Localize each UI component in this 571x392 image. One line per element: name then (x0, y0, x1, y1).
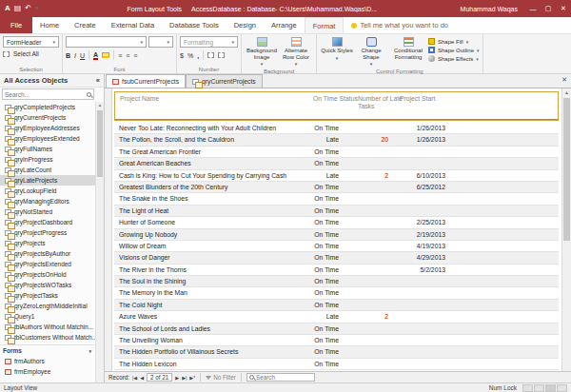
cell-project-name[interactable]: The Cold Night (119, 300, 305, 311)
nav-scrollbar[interactable]: ▲ (95, 102, 104, 382)
scrollbar-thumb[interactable] (563, 98, 570, 241)
cell-project-name[interactable]: The Unveiling Woman (119, 335, 305, 346)
cell-late-tasks[interactable]: 2 (350, 170, 388, 182)
nav-item-query[interactable]: qryLookupField (0, 186, 95, 196)
tab-file[interactable]: File (0, 17, 32, 33)
nav-item-query[interactable]: qryProjectProgress (0, 227, 95, 238)
table-row[interactable]: The Hidden Lexicon On Time (114, 359, 559, 370)
cell-project-name[interactable]: The Hidden Portfolio of Villainous Secre… (119, 346, 305, 358)
save-icon[interactable]: ▤ (14, 0, 22, 17)
nav-item-form[interactable]: frmAuthors (0, 356, 95, 366)
cell-on-time-status[interactable]: On Time (303, 265, 339, 276)
cell-project-name[interactable]: The Light of Heat (119, 206, 305, 217)
tab-external-data[interactable]: External Data (104, 17, 162, 33)
cell-project-start[interactable]: 2/25/2013 (396, 217, 445, 228)
table-row[interactable]: The Snake in the Shoes On Time (114, 193, 559, 205)
doc-tab-qrycurrentprojects[interactable]: qryCurrentProjects (186, 74, 263, 88)
cell-project-start[interactable]: 2/19/2013 (396, 229, 445, 241)
column-header-on-time-status[interactable]: On Time Status (313, 95, 358, 103)
navigation-pane-header[interactable]: All Access Objects « (0, 74, 104, 88)
cell-on-time-status[interactable]: On Time (303, 359, 339, 370)
tab-format[interactable]: Format (305, 17, 345, 33)
nav-item-query[interactable]: qryFullNames (0, 144, 95, 154)
nav-item-query[interactable]: tblCustomers Without Match... (0, 332, 95, 343)
nav-item-query[interactable]: qryLateCount (0, 165, 95, 175)
no-filter-button[interactable]: No Filter (206, 374, 236, 381)
cell-on-time-status[interactable]: On Time (303, 158, 339, 169)
quick-styles-button[interactable]: Quick Styles ▾ (320, 36, 354, 68)
cell-on-time-status[interactable]: On Time (303, 287, 339, 299)
undo-icon[interactable]: ↶ (25, 0, 31, 17)
table-row[interactable]: Great American Beaches On Time (114, 158, 559, 169)
select-all-button[interactable]: Select All (3, 50, 59, 57)
cell-project-start[interactable]: 4/19/2013 (396, 241, 445, 252)
nav-item-query[interactable]: qryCurrentProjects (0, 112, 95, 123)
cell-on-time-status[interactable]: On Time (303, 346, 339, 358)
italic-button[interactable]: I (74, 51, 76, 60)
cell-project-name[interactable]: Great American Beaches (119, 158, 305, 169)
nav-item-query[interactable]: qryNotStarted (0, 206, 95, 217)
column-header-project-name[interactable]: Project Name (120, 95, 159, 103)
form-header-section[interactable]: Project Name On Time Status Number of La… (114, 91, 559, 121)
cell-project-name[interactable]: Never Too Late: Reconnecting with Your A… (119, 123, 305, 134)
qat-customize-icon[interactable]: ▾ (35, 0, 39, 17)
cell-on-time-status[interactable]: On Time (303, 123, 339, 134)
cell-on-time-status[interactable]: On Time (303, 206, 339, 217)
table-row[interactable]: The Cold Night On Time (114, 300, 559, 311)
cell-on-time-status[interactable]: On Time (303, 252, 339, 264)
table-row[interactable]: Azure Waves Late 2 (114, 311, 559, 323)
font-color-icon[interactable]: A (93, 51, 98, 60)
comma-format-button[interactable]: , (197, 51, 199, 60)
cell-project-name[interactable]: Azure Waves (119, 311, 305, 323)
increase-decimals-icon[interactable] (207, 52, 214, 58)
table-row[interactable]: Greatest Blunders of the 20th Century On… (114, 182, 559, 193)
cell-on-time-status[interactable]: On Time (303, 241, 339, 252)
close-document-icon[interactable]: ✕ (561, 76, 567, 84)
font-size-dropdown[interactable]: ▾ (148, 36, 173, 48)
cell-project-name[interactable]: Visions of Danger (119, 252, 305, 264)
first-record-button[interactable]: |◀ (132, 375, 137, 381)
form-view-button[interactable] (522, 384, 533, 392)
tab-design[interactable]: Design (226, 17, 264, 33)
column-header-project-start[interactable]: Project Start (400, 95, 435, 103)
cell-on-time-status[interactable]: Late (303, 134, 339, 146)
nav-item-query[interactable]: qryCompletedProjects (0, 102, 95, 112)
cell-late-tasks[interactable]: 20 (350, 134, 388, 146)
nav-item-query[interactable]: qryProjectDashboard (0, 217, 95, 227)
underline-button[interactable]: U (80, 51, 85, 60)
align-left-icon[interactable]: ≡ (118, 51, 122, 60)
table-row[interactable]: Never Too Late: Reconnecting with Your A… (114, 123, 559, 134)
cell-project-name[interactable]: The River in the Thorns (119, 265, 305, 276)
shape-effects-button[interactable]: Shape Effects ▾ (428, 55, 480, 62)
cell-project-start[interactable]: 1/26/2013 (396, 123, 445, 134)
conditional-formatting-button[interactable]: Conditional Formatting (388, 36, 428, 68)
cell-project-start[interactable]: 6/10/2013 (396, 170, 445, 182)
table-row[interactable]: Visions of Danger On Time 4/29/2013 (114, 252, 559, 264)
new-record-button[interactable]: ▶* (189, 375, 195, 381)
datasheet-view-button[interactable] (534, 384, 544, 392)
nav-search-box[interactable] (2, 88, 94, 100)
nav-group-forms[interactable]: Forms ▾ (0, 344, 95, 356)
object-selector-dropdown[interactable]: FormHeader ▾ (3, 36, 59, 48)
record-search-input[interactable] (256, 374, 312, 381)
shape-outline-button[interactable]: Shape Outline ▾ (428, 47, 480, 53)
last-record-button[interactable]: ▶| (182, 375, 187, 381)
table-row[interactable]: The River in the Thorns On Time 5/2/2013 (114, 265, 559, 276)
table-row[interactable]: Willow of Dream On Time 4/19/2013 (114, 241, 559, 252)
cell-on-time-status[interactable]: On Time (303, 323, 339, 335)
table-row[interactable]: Growing Up Nobody On Time 2/19/2013 (114, 229, 559, 241)
cell-on-time-status[interactable]: Late (303, 170, 339, 182)
table-row[interactable]: The Potion, the Scroll, and the Cauldron… (114, 134, 559, 146)
record-search-box[interactable] (246, 373, 315, 382)
nav-item-query[interactable]: qryManagingEditors (0, 196, 95, 206)
tell-me-box[interactable]: Tell me what you want to do (344, 17, 456, 33)
column-header-late-tasks[interactable]: Number of Late Tasks (358, 95, 404, 109)
cell-project-name[interactable]: The Snake in the Shoes (119, 193, 305, 205)
cell-project-name[interactable]: Cash is King: How to Cut Your Spending b… (119, 170, 305, 182)
cell-on-time-status[interactable]: On Time (303, 335, 339, 346)
record-position-box[interactable]: 2 of 21 (147, 373, 172, 382)
cell-project-name[interactable]: The Memory in the Man (119, 287, 305, 299)
cell-project-name[interactable]: Willow of Dream (119, 241, 305, 252)
font-name-dropdown[interactable]: ▾ (66, 36, 147, 48)
cell-project-start[interactable]: 5/2/2013 (396, 265, 445, 276)
